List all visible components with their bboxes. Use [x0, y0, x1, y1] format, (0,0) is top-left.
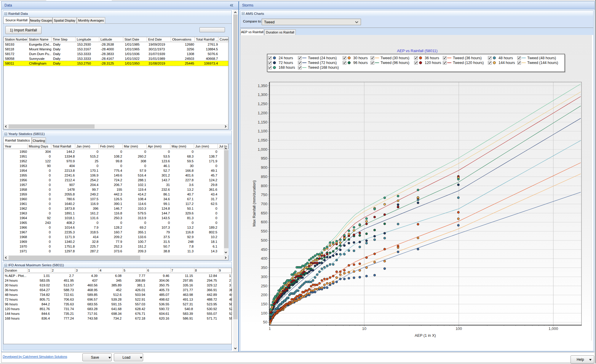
svg-text:1,350: 1,350: [258, 84, 267, 88]
svg-text:Tweed (120 hours): Tweed (120 hours): [453, 61, 484, 65]
svg-text:Tweed (144 hours): Tweed (144 hours): [527, 61, 558, 65]
svg-text:Max Rainfall (mm/duration): Max Rainfall (mm/duration): [252, 180, 256, 227]
svg-text:Tweed (30 hours): Tweed (30 hours): [381, 56, 409, 60]
svg-text:1,200: 1,200: [258, 111, 267, 115]
svg-text:450: 450: [261, 247, 267, 252]
svg-text:1,100: 1,100: [258, 129, 267, 133]
svg-text:72 hours: 72 hours: [279, 61, 293, 65]
svg-text:48 hours: 48 hours: [498, 56, 513, 60]
svg-text:850: 850: [261, 174, 267, 179]
svg-text:750: 750: [261, 193, 267, 197]
svg-text:1: 1: [269, 326, 271, 331]
svg-text:96 hours: 96 hours: [353, 61, 368, 65]
svg-text:650: 650: [261, 211, 267, 215]
svg-text:600: 600: [261, 220, 267, 224]
svg-text:Tweed (24 hours): Tweed (24 hours): [308, 56, 337, 60]
svg-text:Tweed (96 hours): Tweed (96 hours): [381, 61, 409, 65]
svg-text:100: 100: [261, 311, 267, 315]
svg-text:168 hours: 168 hours: [279, 65, 295, 70]
svg-text:950: 950: [261, 156, 267, 161]
svg-text:1,000: 1,000: [258, 147, 267, 152]
svg-text:1,300: 1,300: [258, 92, 267, 97]
svg-text:144 hours: 144 hours: [498, 61, 515, 65]
svg-text:50: 50: [263, 320, 267, 324]
svg-text:1,000: 1,000: [549, 326, 558, 331]
svg-text:AEP vs Rainfall (58011): AEP vs Rainfall (58011): [397, 49, 438, 53]
svg-text:350: 350: [261, 265, 267, 270]
svg-text:200: 200: [261, 293, 267, 297]
svg-text:550: 550: [261, 229, 267, 233]
svg-text:1,050: 1,050: [258, 138, 267, 142]
svg-text:24 hours: 24 hours: [279, 56, 293, 60]
svg-text:10: 10: [362, 326, 366, 331]
svg-text:300: 300: [261, 275, 267, 279]
svg-text:30 hours: 30 hours: [353, 56, 368, 60]
svg-text:1,150: 1,150: [258, 120, 267, 124]
svg-text:900: 900: [261, 165, 267, 170]
svg-text:Tweed (72 hours): Tweed (72 hours): [308, 61, 337, 65]
svg-text:100: 100: [456, 326, 462, 331]
svg-text:120 hours: 120 hours: [425, 61, 441, 65]
svg-text:AEP (1 in X): AEP (1 in X): [415, 333, 436, 338]
svg-text:700: 700: [261, 202, 267, 206]
svg-text:Tweed (36 hours): Tweed (36 hours): [453, 56, 482, 60]
svg-text:400: 400: [261, 256, 267, 261]
svg-text:500: 500: [261, 238, 267, 243]
svg-text:Tweed (168 hours): Tweed (168 hours): [308, 65, 339, 70]
svg-text:800: 800: [261, 184, 267, 188]
svg-text:36 hours: 36 hours: [425, 56, 439, 60]
svg-text:250: 250: [261, 284, 267, 288]
svg-text:Tweed (48 hours): Tweed (48 hours): [527, 56, 556, 60]
svg-text:1,250: 1,250: [258, 102, 267, 106]
svg-text:150: 150: [261, 302, 267, 306]
